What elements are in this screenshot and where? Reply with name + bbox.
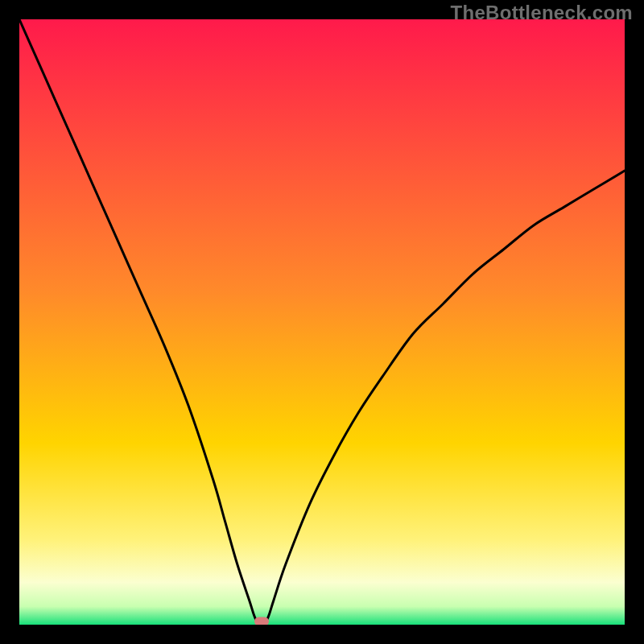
chart-frame: TheBottleneck.com	[0, 0, 644, 644]
watermark-text: TheBottleneck.com	[451, 2, 633, 24]
plot-area	[19, 19, 625, 625]
minimum-marker	[254, 617, 269, 625]
bottleneck-curve	[19, 19, 625, 625]
